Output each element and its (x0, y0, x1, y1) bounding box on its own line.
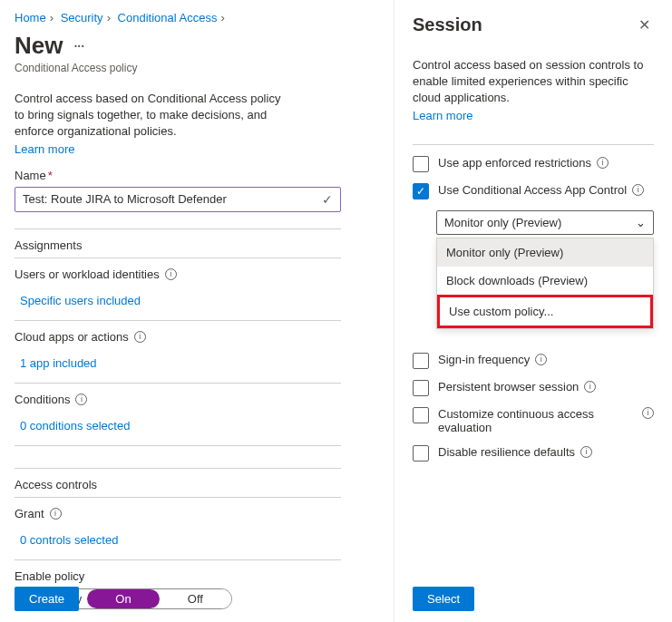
info-icon[interactable]: i (535, 354, 547, 365)
checkbox-resilience[interactable] (413, 445, 429, 462)
label-resilience: Disable resilience defaults (438, 445, 575, 459)
page-title: New ··· (15, 32, 379, 60)
grant-label: Grant i (15, 507, 379, 520)
info-icon[interactable]: i (50, 508, 62, 520)
session-description: Control access based on session controls… (413, 57, 648, 107)
close-icon[interactable]: ✕ (635, 15, 654, 35)
create-button[interactable]: Create (15, 587, 79, 611)
chevron-down-icon: ⌄ (636, 216, 646, 229)
checkbox-app-enforced[interactable] (413, 156, 429, 172)
session-panel-title: Session (413, 15, 482, 35)
info-icon[interactable]: i (642, 407, 654, 419)
label-app-control: Use Conditional Access App Control (438, 183, 627, 197)
checkbox-signin-frequency[interactable] (413, 353, 429, 369)
access-controls-heading: Access controls (15, 478, 379, 491)
page-subtitle: Conditional Access policy (15, 62, 379, 74)
breadcrumb-conditional-access[interactable]: Conditional Access (118, 11, 218, 24)
checkbox-app-control[interactable]: ✓ (413, 183, 429, 199)
grant-value-link[interactable]: 0 controls selected (15, 528, 118, 554)
apps-label: Cloud apps or actions i (15, 330, 379, 344)
checkbox-persistent-browser[interactable] (413, 380, 429, 396)
app-control-dropdown: Monitor only (Preview) Block downloads (… (436, 238, 654, 329)
breadcrumb-home[interactable]: Home (15, 11, 46, 24)
breadcrumb: Home› Security› Conditional Access› (15, 11, 379, 24)
info-icon[interactable]: i (584, 381, 596, 393)
name-label: Name* (15, 169, 379, 182)
info-icon[interactable]: i (75, 394, 87, 405)
conditions-value-link[interactable]: 0 conditions selected (15, 413, 130, 440)
label-persistent-browser: Persistent browser session (438, 380, 579, 394)
more-icon[interactable]: ··· (73, 39, 84, 53)
session-learn-more-link[interactable]: Learn more (413, 109, 472, 122)
assignments-heading: Assignments (15, 238, 379, 252)
conditions-label: Conditions i (15, 393, 379, 406)
info-icon[interactable]: i (580, 446, 592, 458)
checkbox-cae[interactable] (413, 407, 429, 423)
users-label: Users or workload identities i (15, 267, 379, 281)
label-cae: Customize continuous access evaluation (438, 407, 601, 434)
option-monitor-only[interactable]: Monitor only (Preview) (437, 238, 653, 267)
info-icon[interactable]: i (134, 331, 146, 343)
enable-policy-label: Enable policy (15, 569, 379, 583)
breadcrumb-security[interactable]: Security (61, 11, 103, 24)
pill-on[interactable]: On (87, 589, 159, 608)
apps-value-link[interactable]: 1 app included (15, 351, 97, 377)
pill-off[interactable]: Off (160, 589, 231, 608)
info-icon[interactable]: i (632, 184, 644, 196)
label-app-enforced: Use app enforced restrictions (438, 156, 591, 170)
policy-description: Control access based on Conditional Acce… (15, 91, 287, 141)
option-block-downloads[interactable]: Block downloads (Preview) (437, 267, 653, 295)
option-custom-policy[interactable]: Use custom policy... (437, 295, 653, 328)
check-icon: ✓ (322, 192, 333, 207)
info-icon[interactable]: i (165, 268, 177, 280)
app-control-select[interactable]: Monitor only (Preview) ⌄ (436, 210, 654, 235)
label-signin-frequency: Sign-in frequency (438, 353, 530, 366)
users-value-link[interactable]: Specific users included (15, 288, 141, 315)
learn-more-link[interactable]: Learn more (15, 142, 74, 156)
name-input[interactable]: Test: Route JIRA to Microsoft Defender ✓ (15, 187, 341, 212)
select-button[interactable]: Select (413, 587, 474, 611)
info-icon[interactable]: i (597, 157, 609, 169)
